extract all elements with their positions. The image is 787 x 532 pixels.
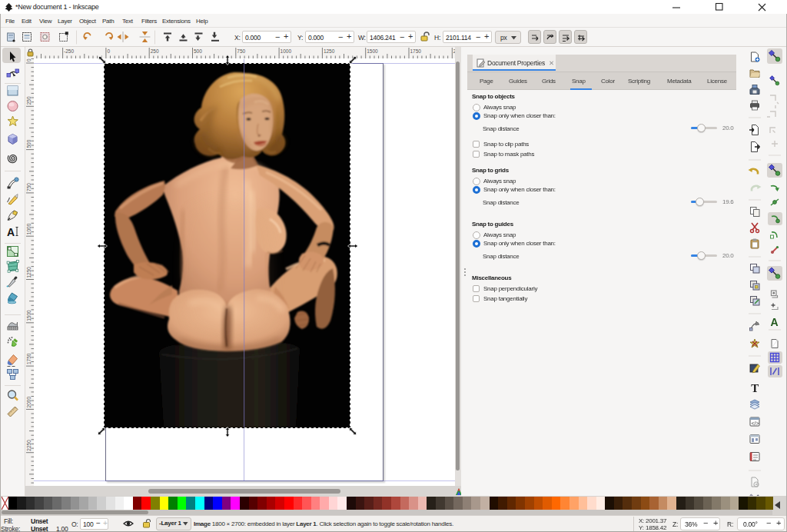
svg-text:0: 0: [107, 48, 110, 54]
svg-text:0: 0: [26, 58, 32, 62]
svg-text:2000: 2000: [26, 397, 32, 408]
svg-text:1500: 1500: [367, 48, 378, 54]
svg-text:T: T: [751, 382, 759, 394]
svg-text:A: A: [7, 226, 15, 238]
svg-text:750: 750: [237, 48, 245, 54]
svg-text:</>: </>: [752, 421, 759, 426]
svg-text:500: 500: [194, 48, 202, 54]
svg-text:500: 500: [26, 139, 32, 148]
svg-text:1250: 1250: [26, 267, 32, 278]
svg-text:1000: 1000: [281, 48, 292, 54]
svg-text:2250: 2250: [26, 440, 32, 451]
svg-text:1750: 1750: [410, 48, 422, 54]
svg-text:1500: 1500: [26, 310, 32, 321]
svg-text:A: A: [771, 316, 779, 328]
svg-text:1000: 1000: [26, 223, 32, 234]
svg-text:-250: -250: [64, 48, 74, 54]
svg-text:250: 250: [26, 96, 32, 105]
svg-text:250: 250: [151, 48, 159, 54]
svg-text:1250: 1250: [324, 48, 335, 54]
svg-text:750: 750: [26, 183, 32, 191]
svg-text:1750: 1750: [26, 353, 32, 364]
